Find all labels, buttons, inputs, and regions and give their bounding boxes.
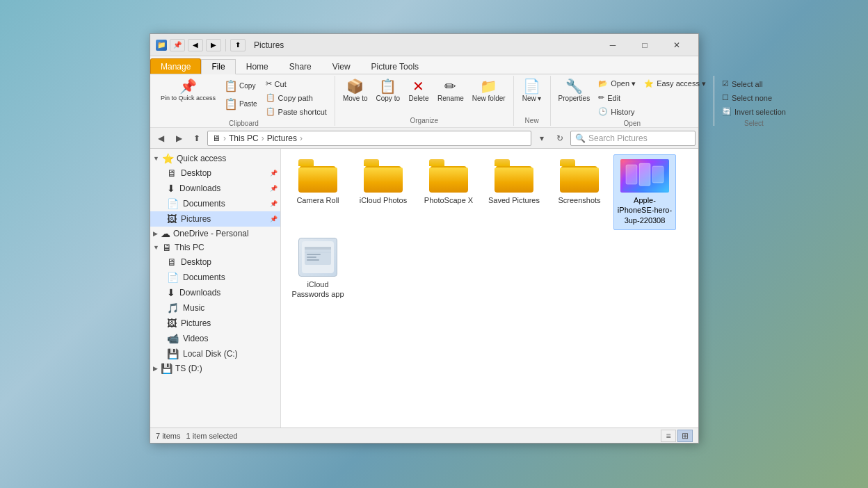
close-button[interactable]: ✕ xyxy=(661,34,693,56)
tab-file[interactable]: File xyxy=(201,59,235,74)
tab-picture-tools[interactable]: Picture Tools xyxy=(361,58,429,74)
sidebar-item-desktop-pc[interactable]: 🖥 Desktop xyxy=(150,254,280,270)
delete-icon: ✕ xyxy=(412,79,424,93)
list-view-button[interactable]: ≡ xyxy=(661,430,676,442)
delete-button[interactable]: ✕ Delete xyxy=(405,77,433,104)
tab-home[interactable]: Home xyxy=(236,58,279,74)
easy-access-button[interactable]: ⭐ Easy access ▾ xyxy=(641,77,709,90)
sidebar-item-downloads-qa[interactable]: ⬇ Downloads 📌 xyxy=(150,181,280,196)
ribbon-group-organize: 📦 Move to 📋 Copy to ✕ Delete ✏ Rename xyxy=(335,76,514,126)
minimize-button[interactable]: ─ xyxy=(597,34,629,56)
screenshots-label: Screenshots xyxy=(558,195,600,205)
svg-rect-1 xyxy=(626,165,637,184)
copy-button[interactable]: 📋 Copy xyxy=(220,77,261,95)
up-title-btn[interactable]: ⬆ xyxy=(230,39,246,51)
copy-icon: 📋 xyxy=(224,79,238,92)
sidebar: ▼ ⭐ Quick access 🖥 Desktop 📌 ⬇ Downloads… xyxy=(150,149,281,428)
edit-button[interactable]: ✏ Edit xyxy=(595,91,639,104)
history-icon: 🕒 xyxy=(598,107,608,116)
title-bar: 📁 📌 ◀ ▶ ⬆ Pictures ─ □ ✕ xyxy=(150,34,698,56)
icloud-photos-label: iCloud Photos xyxy=(360,195,408,205)
pin-quick-access-button[interactable]: 📌 Pin to Quick access xyxy=(157,77,219,104)
svg-rect-6 xyxy=(305,247,331,250)
up-button[interactable]: ⬆ xyxy=(189,131,204,146)
sidebar-item-local-disk[interactable]: 💾 Local Disk (C:) xyxy=(150,346,280,361)
sidebar-item-documents-pc[interactable]: 📄 Documents xyxy=(150,270,280,285)
file-item-screenshots[interactable]: Screenshots xyxy=(548,154,611,230)
quick-access-icon: ⭐ xyxy=(162,153,174,164)
tab-manage[interactable]: Manage xyxy=(150,58,201,74)
copy-to-button[interactable]: 📋 Copy to xyxy=(373,77,403,104)
sidebar-item-music-pc[interactable]: 🎵 Music xyxy=(150,300,280,316)
paste-shortcut-button[interactable]: 📋 Paste shortcut xyxy=(262,105,330,118)
folder-icon-saved-pictures xyxy=(495,159,533,193)
new-button[interactable]: 📄 New ▾ xyxy=(518,77,546,104)
copy-path-button[interactable]: 📋 Copy path xyxy=(262,91,330,104)
desktop-icon: 🖥 xyxy=(167,168,177,179)
forward-title-btn[interactable]: ▶ xyxy=(206,39,221,51)
quick-access-button[interactable]: 📌 xyxy=(170,39,185,51)
sidebar-item-documents-qa[interactable]: 📄 Documents 📌 xyxy=(150,196,280,211)
file-item-saved-pictures[interactable]: Saved Pictures xyxy=(483,154,545,230)
search-box[interactable]: 🔍 Search Pictures xyxy=(570,131,696,146)
select-all-button[interactable]: ☑ Select all xyxy=(718,77,789,90)
forward-button[interactable]: ▶ xyxy=(171,131,186,146)
cut-icon: ✂ xyxy=(266,79,272,88)
recent-button[interactable]: ▾ xyxy=(534,131,549,146)
quick-access-header[interactable]: ▼ ⭐ Quick access xyxy=(150,152,280,165)
desktop-label: Desktop xyxy=(181,168,266,178)
sidebar-item-videos-pc[interactable]: 📹 Videos xyxy=(150,331,280,346)
this-pc-icon: 🖥 xyxy=(162,242,172,253)
sidebar-item-pictures-qa[interactable]: 🖼 Pictures 📌 xyxy=(150,211,280,227)
tab-view[interactable]: View xyxy=(322,58,361,74)
open-button[interactable]: 📂 Open ▾ xyxy=(595,77,639,90)
desktop-pc-label: Desktop xyxy=(181,257,278,267)
back-button[interactable]: ◀ xyxy=(153,131,168,146)
maximize-button[interactable]: □ xyxy=(629,34,661,56)
select-items: ☑ Select all ☐ Select none 🔄 Invert sele… xyxy=(718,77,789,118)
ts-drive-header[interactable]: ▶ 💾 TS (D:) xyxy=(150,361,280,375)
file-item-camera-roll[interactable]: Camera Roll xyxy=(287,154,349,230)
onedrive-arrow: ▶ xyxy=(153,230,158,237)
path-pictures[interactable]: Pictures xyxy=(267,133,297,143)
cut-button[interactable]: ✂ Cut xyxy=(262,77,330,90)
videos-pc-label: Videos xyxy=(183,334,278,343)
file-item-icloud-photos[interactable]: iCloud Photos xyxy=(352,154,415,230)
path-this-pc[interactable]: This PC xyxy=(229,133,259,143)
tab-share[interactable]: Share xyxy=(279,58,322,74)
back-title-btn[interactable]: ◀ xyxy=(188,39,203,51)
photoscape-x-label: PhotoScape X xyxy=(424,195,473,205)
organize-items: 📦 Move to 📋 Copy to ✕ Delete ✏ Rename xyxy=(339,77,509,115)
new-folder-button[interactable]: 📁 New folder xyxy=(469,77,509,104)
clipboard-col: 📋 Copy 📋 Paste xyxy=(220,77,261,113)
camera-roll-label: Camera Roll xyxy=(296,195,339,205)
this-pc-header[interactable]: ▼ 🖥 This PC xyxy=(150,241,280,254)
icon-view-button[interactable]: ⊞ xyxy=(677,430,693,442)
pin-pictures-icon: 📌 xyxy=(270,215,278,222)
documents-pc-icon: 📄 xyxy=(167,272,179,283)
pin-label: Pin to Quick access xyxy=(161,95,216,101)
rename-button[interactable]: ✏ Rename xyxy=(434,77,467,104)
clipboard-label: Clipboard xyxy=(157,120,330,127)
move-to-button[interactable]: 📦 Move to xyxy=(339,77,371,104)
refresh-button[interactable]: ↻ xyxy=(552,131,568,146)
edit-icon: ✏ xyxy=(598,93,604,102)
music-pc-label: Music xyxy=(183,303,278,313)
svg-rect-2 xyxy=(639,163,650,186)
downloads-qa-label: Downloads xyxy=(179,184,266,193)
address-path[interactable]: 🖥 › This PC › Pictures › xyxy=(207,131,531,146)
select-none-button[interactable]: ☐ Select none xyxy=(718,91,789,104)
paste-button[interactable]: 📋 Paste xyxy=(220,95,261,113)
file-item-photoscape-x[interactable]: PhotoScape X xyxy=(417,154,480,230)
file-item-apple-iphone[interactable]: Apple-iPhoneSE-hero-3up-220308 xyxy=(613,154,676,230)
sidebar-item-desktop[interactable]: 🖥 Desktop 📌 xyxy=(150,165,280,181)
onedrive-header[interactable]: ▶ ☁ OneDrive - Personal xyxy=(150,227,280,241)
properties-button[interactable]: 🔧 Properties xyxy=(555,77,594,104)
sidebar-item-downloads-pc[interactable]: ⬇ Downloads xyxy=(150,285,280,300)
invert-selection-button[interactable]: 🔄 Invert selection xyxy=(718,105,789,118)
svg-rect-10 xyxy=(307,259,319,261)
history-button[interactable]: 🕒 History xyxy=(595,105,639,118)
file-item-icloud-passwords[interactable]: iCloud Passwords app xyxy=(287,233,349,304)
downloads-pc-icon: ⬇ xyxy=(167,287,175,298)
sidebar-item-pictures-pc[interactable]: 🖼 Pictures xyxy=(150,316,280,331)
